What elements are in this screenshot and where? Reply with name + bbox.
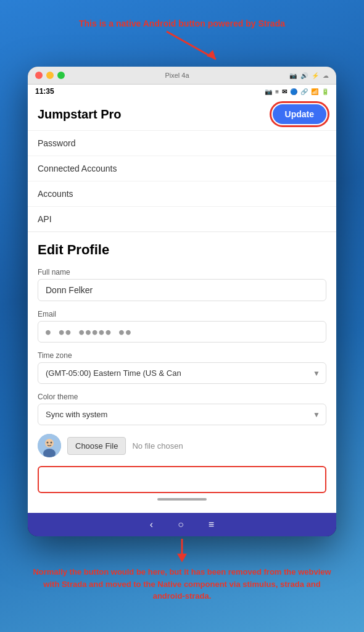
nav-item-api[interactable]: API [28, 207, 336, 231]
window-controls [35, 72, 65, 79]
android-menu-button[interactable]: ≡ [209, 519, 214, 530]
section-title: Edit Profile [38, 242, 326, 258]
full-name-input[interactable] [38, 279, 326, 301]
wifi-icon: 📶 [311, 88, 318, 95]
timezone-group: Time zone (GMT-05:00) Eastern Time (US &… [38, 351, 326, 384]
avatar [38, 434, 61, 457]
layout-icon: ≡ [275, 88, 279, 95]
full-name-label: Full name [38, 268, 326, 276]
color-theme-label: Color theme [38, 393, 326, 401]
submit-area [38, 466, 326, 493]
key-icon: 🔗 [300, 88, 308, 95]
content-area: Edit Profile Full name Email ● ●● ●●●●● … [28, 232, 336, 513]
timezone-label: Time zone [38, 351, 326, 360]
email-label: Email [38, 310, 326, 318]
annotation-arrow-bottom [163, 539, 201, 563]
status-bar: 11:35 📷 ≡ ✉ 🔵 🔗 📶 🔋 [28, 85, 336, 98]
battery-icon: 🔋 [321, 88, 329, 95]
status-icons: 📷 ≡ ✉ 🔵 🔗 📶 🔋 [265, 88, 329, 95]
device-label: Pixel 4a [165, 72, 189, 79]
email-input[interactable]: ● ●● ●●●●● ●● [38, 321, 326, 343]
window-bar: Pixel 4a 📷🔊⚡☁ [28, 67, 336, 85]
choose-file-button[interactable]: Choose File [67, 437, 126, 455]
no-file-text: No file chosen [132, 441, 183, 451]
app-title: Jumpstart Pro [38, 107, 122, 122]
update-button[interactable]: Update [273, 104, 326, 124]
svg-point-5 [47, 442, 49, 444]
nav-item-password[interactable]: Password [28, 131, 336, 156]
window-icons: 📷🔊⚡☁ [289, 72, 329, 79]
color-theme-select-wrapper: Sync with system ▼ [38, 404, 326, 425]
app-header: Jumpstart Pro Update [28, 98, 336, 131]
screenshot-icon: 📷 [265, 88, 272, 95]
android-home-button[interactable]: ○ [178, 519, 184, 530]
android-nav-bar: ‹ ○ ≡ [28, 513, 336, 536]
full-name-group: Full name [38, 268, 326, 301]
timezone-select[interactable]: (GMT-05:00) Eastern Time (US & Can [38, 362, 326, 384]
color-theme-select[interactable]: Sync with system [38, 404, 326, 425]
svg-point-6 [51, 442, 52, 444]
nav-section: Password Connected Accounts Accounts API [28, 131, 336, 232]
close-dot[interactable] [35, 72, 43, 79]
bottom-annotation-text: Normally the button would be here, but i… [28, 566, 336, 602]
file-upload-row: Choose File No file chosen [38, 434, 326, 457]
timezone-select-wrapper: (GMT-05:00) Eastern Time (US & Can ▼ [38, 362, 326, 384]
top-annotation-text: This is a native Android button powered … [0, 19, 364, 28]
minimize-dot[interactable] [46, 72, 54, 79]
android-back-button[interactable]: ‹ [150, 519, 153, 530]
home-bar [157, 498, 207, 501]
svg-marker-8 [177, 554, 187, 562]
maximize-dot[interactable] [57, 72, 65, 79]
color-theme-group: Color theme Sync with system ▼ [38, 393, 326, 425]
mail-icon: ✉ [282, 88, 287, 95]
avatar-image [38, 434, 61, 457]
ble-icon: 🔵 [290, 88, 297, 95]
nav-item-connected-accounts[interactable]: Connected Accounts [28, 156, 336, 181]
nav-item-accounts[interactable]: Accounts [28, 181, 336, 207]
bottom-arrow-wrap: Normally the button would be here, but i… [28, 539, 336, 602]
annotation-arrow-top [160, 28, 234, 65]
device-frame: Pixel 4a 📷🔊⚡☁ 11:35 📷 ≡ ✉ 🔵 🔗 📶 🔋 Jumpst… [28, 67, 336, 536]
status-time: 11:35 [35, 87, 54, 96]
email-group: Email ● ●● ●●●●● ●● [38, 310, 326, 343]
